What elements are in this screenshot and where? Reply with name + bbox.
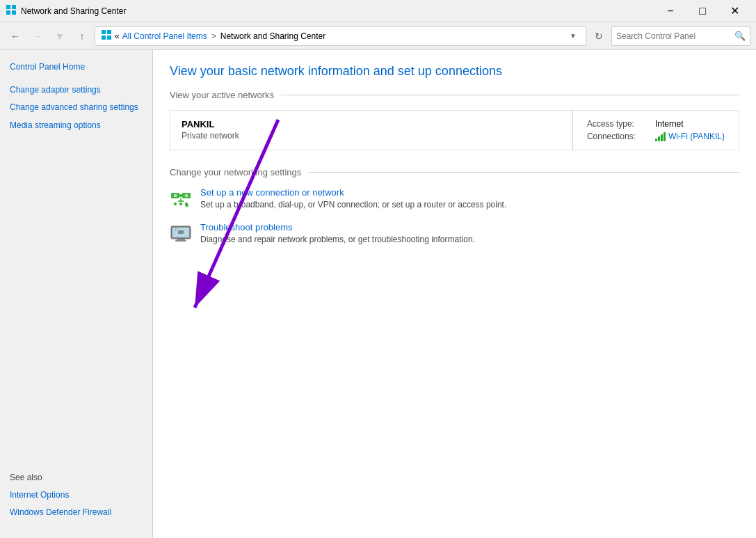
refresh-button[interactable]: ↻ bbox=[589, 26, 609, 46]
svg-rect-5 bbox=[107, 30, 111, 34]
sidebar-change-adapter[interactable]: Change adapter settings bbox=[0, 81, 152, 99]
svg-rect-1 bbox=[12, 5, 16, 9]
svg-point-18 bbox=[174, 203, 177, 205]
internet-options-link[interactable]: Internet Options bbox=[10, 486, 143, 504]
network-name: PANKIL bbox=[182, 119, 561, 129]
troubleshoot-content: Troubleshoot problems Diagnose and repai… bbox=[200, 222, 475, 246]
breadcrumb-current: Network and Sharing Center bbox=[220, 31, 325, 41]
network-left: PANKIL Private network bbox=[170, 111, 573, 150]
svg-rect-0 bbox=[6, 5, 10, 9]
network-type: Private network bbox=[182, 131, 561, 141]
window-controls: − □ ✕ bbox=[654, 0, 750, 22]
section-divider-2 bbox=[308, 172, 739, 173]
svg-point-19 bbox=[179, 203, 182, 205]
svg-rect-7 bbox=[107, 35, 111, 40]
svg-rect-2 bbox=[6, 10, 10, 15]
connections-label: Connections: bbox=[587, 132, 650, 141]
window-icon bbox=[6, 4, 17, 17]
sidebar: Control Panel Home Change adapter settin… bbox=[0, 50, 153, 538]
new-connection-content: Set up a new connection or network Set u… bbox=[200, 187, 506, 211]
wifi-link[interactable]: Wi-Fi (PANKIL) bbox=[655, 132, 725, 141]
sidebar-change-advanced-sharing[interactable]: Change advanced sharing settings bbox=[0, 99, 152, 116]
change-settings-label: Change your networking settings bbox=[170, 167, 301, 177]
wifi-bars-icon bbox=[655, 132, 666, 141]
breadcrumb-prefix: « bbox=[115, 31, 120, 41]
content-area: View your basic network information and … bbox=[153, 50, 756, 271]
new-connection-item: + Set up a new connection or network Set… bbox=[170, 187, 739, 211]
address-bar: ← → ▼ ↑ « All Control Panel Items > Netw… bbox=[0, 22, 756, 50]
access-type-label: Access type: bbox=[587, 119, 650, 129]
section-divider bbox=[281, 95, 739, 95]
recent-button[interactable]: ▼ bbox=[50, 26, 70, 46]
svg-point-13 bbox=[179, 194, 182, 197]
windows-firewall-link[interactable]: Windows Defender Firewall bbox=[10, 504, 143, 521]
breadcrumb-separator: > bbox=[211, 31, 216, 41]
network-info-panel: PANKIL Private network Access type: Inte… bbox=[170, 110, 739, 150]
change-settings-header: Change your networking settings bbox=[170, 167, 739, 177]
search-box[interactable]: 🔍 bbox=[611, 26, 750, 46]
see-also-label: See also bbox=[10, 473, 143, 482]
svg-rect-4 bbox=[102, 30, 106, 34]
title-bar-left: Network and Sharing Center bbox=[6, 4, 126, 17]
svg-text:+: + bbox=[185, 202, 189, 209]
connections-row: Connections: Wi-Fi (PANKIL) bbox=[587, 132, 725, 141]
maximize-button[interactable]: □ bbox=[686, 0, 718, 22]
title-bar: Network and Sharing Center − □ ✕ bbox=[0, 0, 756, 22]
main-layout: Control Panel Home Change adapter settin… bbox=[0, 50, 756, 538]
active-networks-label: View your active networks bbox=[170, 90, 274, 100]
address-field[interactable]: « All Control Panel Items > Network and … bbox=[95, 26, 586, 46]
active-networks-header: View your active networks bbox=[170, 90, 739, 100]
page-title: View your basic network information and … bbox=[170, 64, 739, 79]
troubleshoot-link[interactable]: Troubleshoot problems bbox=[200, 222, 292, 232]
new-connection-link[interactable]: Set up a new connection or network bbox=[200, 187, 344, 198]
settings-section: + Set up a new connection or network Set… bbox=[170, 187, 739, 246]
minimize-button[interactable]: − bbox=[654, 0, 686, 22]
sidebar-control-panel-home[interactable]: Control Panel Home bbox=[0, 58, 152, 76]
svg-rect-26 bbox=[178, 230, 184, 234]
new-connection-icon: + bbox=[170, 187, 192, 209]
up-button[interactable]: ↑ bbox=[72, 26, 92, 46]
access-type-row: Access type: Internet bbox=[587, 119, 725, 129]
troubleshoot-icon bbox=[170, 222, 192, 244]
svg-rect-14 bbox=[174, 194, 177, 197]
svg-rect-25 bbox=[175, 240, 186, 242]
sidebar-nav: Control Panel Home Change adapter settin… bbox=[0, 58, 152, 134]
forward-button[interactable]: → bbox=[28, 26, 47, 46]
wifi-name: Wi-Fi (PANKIL) bbox=[668, 132, 725, 141]
sidebar-bottom: See also Internet Options Windows Defend… bbox=[0, 464, 152, 530]
sidebar-media-streaming[interactable]: Media streaming options bbox=[0, 117, 152, 134]
network-right: Access type: Internet Connections: bbox=[573, 111, 739, 150]
address-dropdown-button[interactable]: ▼ bbox=[566, 26, 580, 46]
breadcrumb-parent[interactable]: All Control Panel Items bbox=[122, 31, 207, 41]
new-connection-desc: Set up a broadband, dial-up, or VPN conn… bbox=[200, 199, 506, 211]
svg-rect-6 bbox=[102, 35, 106, 40]
address-icon bbox=[101, 29, 112, 42]
access-type-value: Internet bbox=[655, 119, 684, 129]
svg-rect-24 bbox=[177, 239, 185, 240]
window-title: Network and Sharing Center bbox=[21, 6, 126, 16]
search-icon: 🔍 bbox=[734, 31, 746, 41]
svg-rect-15 bbox=[185, 194, 188, 197]
svg-rect-3 bbox=[12, 10, 16, 15]
troubleshoot-item: Troubleshoot problems Diagnose and repai… bbox=[170, 222, 739, 246]
search-input[interactable] bbox=[616, 31, 732, 41]
troubleshoot-desc: Diagnose and repair network problems, or… bbox=[200, 234, 475, 246]
back-button[interactable]: ← bbox=[6, 26, 25, 46]
close-button[interactable]: ✕ bbox=[718, 0, 750, 22]
